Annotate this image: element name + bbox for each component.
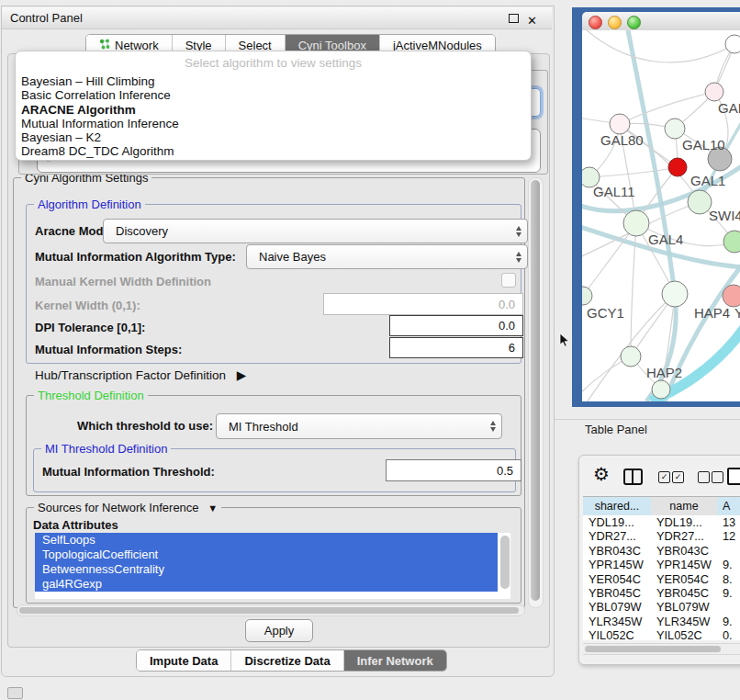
kernel-width-field[interactable]: 0.0 <box>323 293 523 315</box>
algorithm-popup-items: Bayesian – Hill ClimbingBasic Correlatio… <box>21 74 525 159</box>
minimize-traffic-light-icon[interactable] <box>608 16 622 29</box>
gear-icon[interactable]: ⚙ <box>593 465 610 483</box>
dpi-tolerance-value: 0.0 <box>499 319 515 333</box>
float-window-icon[interactable] <box>509 14 519 23</box>
settings-vertical-scrollbar[interactable] <box>528 177 544 608</box>
column-header-name[interactable]: name <box>651 496 718 516</box>
attributes-scrollbar[interactable] <box>499 534 510 593</box>
table-row-yil052c[interactable]: YIL052CYIL052C0. <box>583 628 740 640</box>
algorithm-option-bayesian-k2[interactable]: Bayesian – K2 <box>21 130 525 144</box>
network-node-gal1[interactable] <box>668 158 687 176</box>
cell: YER054C <box>656 572 709 586</box>
network-node-gal10[interactable] <box>665 119 685 139</box>
network-node-gal80[interactable] <box>610 114 630 134</box>
settings-horizontal-scrollbar-thumb[interactable] <box>19 607 519 614</box>
cell: 9. <box>723 615 733 628</box>
aracne-mode-combobox[interactable]: Discovery <box>103 219 528 243</box>
attribute-item-gal4rgexp[interactable]: gal4RGexp <box>35 577 498 592</box>
network-node-gal4[interactable] <box>623 210 649 236</box>
control-panel-titlebar[interactable]: Control Panel ✕ <box>2 7 552 29</box>
zoom-traffic-light-icon[interactable] <box>627 16 641 29</box>
mi-algorithm-type-value: Naive Bayes <box>259 250 326 264</box>
mouse-cursor <box>559 333 570 348</box>
apply-button[interactable]: Apply <box>245 619 313 642</box>
algorithm-option-dream8-dc-tdc-algorithm[interactable]: Dream8 DC_TDC Algorithm <box>21 144 525 158</box>
close-window-icon[interactable]: ✕ <box>527 10 537 31</box>
cell: YBL079W <box>589 600 642 614</box>
settings-vertical-scrollbar-thumb[interactable] <box>531 180 540 601</box>
network-node-hap4[interactable] <box>662 281 688 307</box>
table-row-ybr043c[interactable]: YBR043CYBR043C <box>583 544 740 558</box>
table-row-ybr045c[interactable]: YBR045CYBR045C9. <box>583 586 740 600</box>
table-row-ylr345w[interactable]: YLR345WYLR345W9. <box>583 615 740 628</box>
network-node[interactable] <box>725 35 740 53</box>
network-node[interactable] <box>723 231 740 253</box>
mi-steps-field[interactable]: 6 <box>389 337 523 358</box>
node-label-swi4: SWI4 <box>709 208 740 223</box>
attribute-item-topologicalcoefficient[interactable]: TopologicalCoefficient <box>35 548 498 562</box>
table-horizontal-scrollbar-thumb[interactable] <box>585 646 721 652</box>
settings-horizontal-scrollbar[interactable] <box>17 604 525 616</box>
table-row-yer054c[interactable]: YER054CYER054C8. <box>583 572 740 586</box>
mi-threshold-value: 0.5 <box>497 464 513 478</box>
cell: YBR045C <box>656 586 709 600</box>
expand-right-icon[interactable]: ▶ <box>237 367 246 382</box>
mi-threshold-label: Mutual Information Threshold: <box>42 465 215 479</box>
network-node-y[interactable] <box>723 285 740 307</box>
new-table-icon[interactable] <box>727 468 740 485</box>
algorithm-option-mutual-information-inference[interactable]: Mutual Information Inference <box>21 117 525 130</box>
cell: YBR045C <box>589 586 641 600</box>
tab-infer-network[interactable]: Infer Network <box>343 650 446 671</box>
panel-toggle-button[interactable] <box>7 687 23 699</box>
table-row-ydl19[interactable]: YDL19...YDL19...13 <box>583 515 740 529</box>
control-panel-title: Control Panel <box>2 11 83 25</box>
split-columns-icon[interactable] <box>623 469 643 485</box>
which-threshold-combobox[interactable]: MI Threshold <box>216 413 502 439</box>
unchecked-checkbox-icon[interactable] <box>698 471 710 483</box>
checked-checkbox-icon[interactable]: ✓ <box>658 471 670 483</box>
attribute-item-selfloops[interactable]: SelfLoops <box>35 533 498 548</box>
table-panel-title: Table Panel <box>585 423 647 436</box>
collapse-down-icon[interactable]: ▼ <box>207 502 218 515</box>
node-label-gal1: GAL1 <box>690 173 725 188</box>
mi-algorithm-type-label: Mutual Information Algorithm Type: <box>35 250 236 264</box>
network-node-gal[interactable] <box>705 83 723 101</box>
hub-definition-toggle[interactable]: Hub/Transcription Factor Definition ▶ <box>35 367 246 382</box>
network-window-titlebar[interactable] <box>582 12 740 31</box>
data-attributes-list[interactable]: SelfLoopsTopologicalCoefficientBetweenne… <box>35 533 510 599</box>
network-node-gcy1[interactable] <box>582 287 592 305</box>
attributes-scrollbar-thumb[interactable] <box>500 536 510 589</box>
close-traffic-light-icon[interactable] <box>589 16 602 29</box>
aracne-mode-value: Discovery <box>116 224 168 238</box>
column-header-shared-name[interactable]: shared... <box>583 496 652 516</box>
checked-checkbox-icon[interactable]: ✓ <box>672 471 684 483</box>
network-node-hap2[interactable] <box>621 346 641 367</box>
cell: YER054C <box>589 572 641 586</box>
table-horizontal-scrollbar[interactable] <box>583 643 740 655</box>
algorithm-option-bayesian-hill-climbing[interactable]: Bayesian – Hill Climbing <box>21 74 525 88</box>
manual-kernel-width-checkbox[interactable] <box>501 273 516 288</box>
attribute-item-betweennesscentrality[interactable]: BetweennessCentrality <box>35 562 498 577</box>
sources-title: Sources for Network Inference ▼ <box>34 501 221 515</box>
algorithm-option-basic-correlation-inference[interactable]: Basic Correlation Inference <box>21 88 525 102</box>
table-row-ypr145w[interactable]: YPR145WYPR145W9. <box>583 558 740 571</box>
tab-impute-data[interactable]: Impute Data <box>137 650 230 671</box>
table-row-ybl079w[interactable]: YBL079WYBL079W <box>583 600 740 614</box>
manual-kernel-width-label: Manual Kernel Width Definition <box>35 275 211 288</box>
algorithm-option-aracne-algorithm[interactable]: ARACNE Algorithm <box>21 103 525 117</box>
network-edge <box>587 30 734 62</box>
tab-discretize-data[interactable]: Discretize Data <box>230 650 342 671</box>
node-label-gal10: GAL10 <box>682 137 725 152</box>
column-header-partial[interactable]: A <box>717 496 740 516</box>
table-row-ydr27[interactable]: YDR27...YDR27...12 <box>583 529 740 543</box>
cell: 9. <box>723 586 733 600</box>
network-canvas[interactable]: GALGAL80GAL10GAL1GAL11SWI4GAL4GCY1HAP4YH… <box>582 30 740 401</box>
combo-stepper-icon <box>516 252 521 263</box>
mi-algorithm-type-combobox[interactable]: Naive Bayes <box>246 244 528 269</box>
mi-threshold-field[interactable]: 0.5 <box>386 459 521 481</box>
unchecked-checkbox-icon[interactable] <box>712 471 723 483</box>
network-node[interactable] <box>652 380 670 399</box>
algorithm-definition-title: Algorithm Definition <box>34 198 145 211</box>
cell: YBR043C <box>656 544 709 558</box>
dpi-tolerance-field[interactable]: 0.0 <box>389 315 523 336</box>
